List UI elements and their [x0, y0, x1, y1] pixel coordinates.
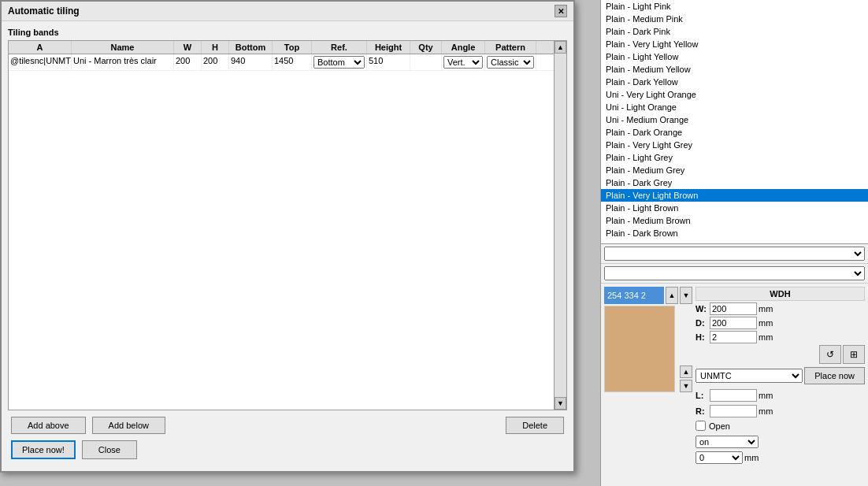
color-item[interactable]: Plain - Very Light Brown [601, 189, 868, 202]
close-button[interactable]: Close [82, 440, 137, 459]
table-row[interactable]: @tilesnc|UNMT(Uni - Marron très clair200… [9, 54, 566, 71]
table-cell: 200 [174, 54, 202, 70]
right-panel: Plain - Light PinkPlain - Medium PinkPla… [600, 0, 868, 486]
color-item[interactable]: Plain - Very Light Grey [601, 139, 868, 151]
tile-preview [604, 306, 675, 392]
d-input[interactable] [710, 317, 757, 329]
l-input[interactable] [710, 389, 757, 402]
color-item[interactable]: Plain - Light Brown [601, 202, 868, 214]
color-item[interactable]: Plain - Medium Pink [601, 13, 868, 25]
color-item[interactable]: Plain - Light Grey [601, 151, 868, 164]
preview-scroll-down[interactable]: ▼ [680, 380, 692, 392]
grid-icon[interactable]: ⊞ [843, 345, 865, 364]
place-now-button[interactable]: Place now [804, 367, 865, 384]
col-header-w: W [174, 41, 202, 54]
on-row: on [696, 436, 865, 448]
table-header: ANameWHBottomTopRef.HeightQtyAnglePatter… [9, 41, 566, 54]
color-item[interactable]: Plain - Medium Yellow [601, 63, 868, 76]
color-item[interactable]: Plain - Medium Grey [601, 164, 868, 176]
zero-select[interactable]: 0 [696, 451, 743, 464]
add-above-button[interactable]: Add above [11, 417, 86, 434]
d-row: D: mm [696, 317, 865, 329]
dropdown-row-1 [601, 244, 868, 264]
close-dialog-button[interactable]: ✕ [555, 5, 567, 17]
preview-scroll-up[interactable]: ▲ [680, 365, 692, 378]
color-item[interactable]: Plain - Dark Grey [601, 176, 868, 189]
delete-button[interactable]: Delete [506, 417, 564, 434]
table-cell: @tilesnc|UNMT( [9, 54, 72, 70]
dropdown-2[interactable] [604, 266, 865, 280]
table-cell: Bottom [312, 54, 367, 70]
dialog-content: Tiling bands ANameWHBottomTopRef.HeightQ… [2, 21, 573, 469]
r-input[interactable] [710, 405, 757, 417]
tile-scroll-down[interactable]: ▼ [680, 287, 692, 304]
w-unit: mm [759, 304, 773, 313]
h-unit: mm [759, 332, 773, 342]
zero-row: 0 mm [696, 451, 865, 464]
r-label: R: [696, 406, 708, 416]
angle-select[interactable]: Vert. [443, 56, 483, 69]
r-unit: mm [759, 406, 773, 416]
color-item[interactable]: Plain - Dark Brown [601, 227, 868, 239]
table-scroll-down[interactable]: ▼ [555, 397, 566, 410]
table-body: @tilesnc|UNMT(Uni - Marron très clair200… [9, 54, 566, 71]
col-header-height: Height [367, 41, 410, 54]
w-row: W: mm [696, 302, 865, 315]
col-header-angle: Angle [442, 41, 485, 54]
d-unit: mm [759, 318, 773, 328]
on-select[interactable]: on [696, 436, 759, 448]
table-cell: 510 [367, 54, 410, 70]
dialog-title: Automatic tiling ✕ [2, 2, 573, 21]
table-cell: Uni - Marron très clair [72, 54, 174, 70]
col-header-name: Name [72, 41, 174, 54]
color-item[interactable]: Uni - Very Light Orange [601, 88, 868, 101]
table-scroll-up[interactable]: ▲ [555, 41, 566, 54]
add-below-button[interactable]: Add below [92, 417, 165, 434]
color-item[interactable]: Uni - Medium Orange [601, 113, 868, 126]
unmtc-select[interactable]: UNMTC [696, 369, 803, 383]
l-row: L: mm [696, 389, 865, 402]
open-row: Open [696, 421, 865, 431]
d-label: D: [696, 318, 708, 328]
unmtc-row: UNMTC Place now [696, 367, 865, 384]
col-header-bottom: Bottom [229, 41, 273, 54]
h-label: H: [696, 332, 708, 342]
l-label: L: [696, 391, 708, 400]
wdh-header: WDH [696, 287, 865, 301]
tile-scroll-up[interactable]: ▲ [666, 287, 678, 304]
bottom-buttons: Place now! Close [8, 437, 567, 462]
dropdown-row-2 [601, 264, 868, 284]
open-checkbox[interactable] [696, 421, 706, 431]
open-label: Open [709, 421, 730, 431]
col-header-a: A [9, 41, 72, 54]
col-header-top: Top [273, 41, 312, 54]
col-header-pattern: Pattern [485, 41, 536, 54]
w-label: W: [696, 304, 708, 313]
color-item[interactable]: Plain - Very Light Yellow [601, 38, 868, 50]
table-cell: Vert. [442, 54, 485, 70]
dialog: Automatic tiling ✕ Tiling bands ANameWHB… [0, 0, 575, 473]
color-item[interactable]: Uni - Light Orange [601, 101, 868, 113]
pattern-select[interactable]: Classic [487, 56, 534, 69]
dropdown-1[interactable] [604, 247, 865, 261]
r-row: R: mm [696, 405, 865, 417]
w-input[interactable] [710, 302, 757, 315]
color-item[interactable]: Plain - Dark Orange [601, 126, 868, 139]
l-unit: mm [759, 391, 773, 400]
color-list[interactable]: Plain - Light PinkPlain - Medium PinkPla… [601, 0, 868, 244]
h-row: H: mm [696, 331, 865, 343]
color-item[interactable]: Plain - Medium Brown [601, 214, 868, 227]
tile-ref: 254 334 2 [604, 287, 664, 304]
color-item[interactable]: Plain - Dark Yellow [601, 76, 868, 88]
h-input[interactable] [710, 331, 757, 343]
place-now-dialog-button[interactable]: Place now! [11, 440, 76, 459]
color-item[interactable]: Plain - Dark Pink [601, 25, 868, 38]
ref-select[interactable]: Bottom [313, 56, 365, 69]
dialog-title-text: Automatic tiling [8, 6, 80, 17]
tiling-table: ANameWHBottomTopRef.HeightQtyAnglePatter… [8, 40, 567, 410]
table-cell: 1450 [273, 54, 312, 70]
icon-buttons-row: ↺ ⊞ [696, 345, 865, 364]
color-item[interactable]: Plain - Light Yellow [601, 50, 868, 63]
color-item[interactable]: Plain - Light Pink [601, 0, 868, 13]
refresh-icon[interactable]: ↺ [819, 345, 841, 364]
